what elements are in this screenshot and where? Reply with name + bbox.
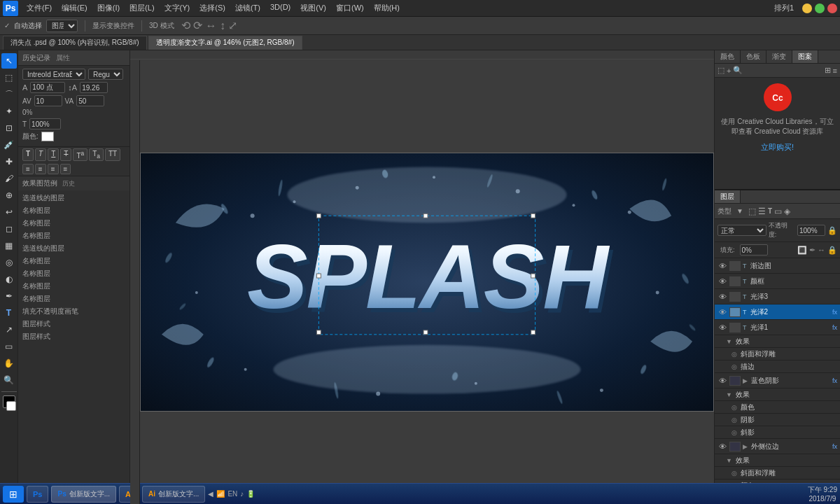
- font-family-select[interactable]: IntreoId ExtraB...: [22, 69, 85, 80]
- justify-btn[interactable]: ≡: [60, 164, 71, 174]
- history-brush-tool[interactable]: ↩: [1, 204, 17, 220]
- italic-btn[interactable]: T: [35, 148, 46, 161]
- lasso-tool[interactable]: ⌒: [1, 87, 17, 102]
- filter-shape[interactable]: ▭: [774, 206, 782, 216]
- cc-grid-view[interactable]: ⊞: [825, 66, 831, 75]
- sample-item-11[interactable]: 图层样式: [20, 330, 128, 343]
- close-button[interactable]: [827, 4, 837, 13]
- maximize-button[interactable]: [815, 4, 825, 13]
- pen-tool[interactable]: ✒: [1, 288, 17, 304]
- sample-item-10[interactable]: 图层样式: [20, 318, 128, 330]
- sample-item-4[interactable]: 选道线的图层: [20, 242, 128, 255]
- layer-item-2[interactable]: 👁 T 光泽3: [715, 289, 840, 304]
- lock-icon[interactable]: 🔒: [827, 226, 837, 235]
- gradient-tab[interactable]: 渐变: [766, 50, 792, 63]
- menu-help[interactable]: 帮助(H): [370, 1, 404, 15]
- background-color[interactable]: [6, 401, 16, 411]
- layer-fx-4[interactable]: fx: [832, 324, 837, 331]
- underline-btn[interactable]: T: [48, 148, 59, 161]
- filter-T[interactable]: T: [768, 207, 772, 215]
- minimize-button[interactable]: [802, 4, 812, 13]
- mode-select[interactable]: 图层: [46, 20, 78, 32]
- layer-item-10[interactable]: ◎ 颜色: [715, 401, 840, 414]
- history-tab[interactable]: 历史记录: [22, 53, 50, 63]
- menu-image[interactable]: 图像(I): [93, 1, 124, 15]
- layer-item-12[interactable]: ◎ 斜影: [715, 426, 840, 439]
- layer-vis-4[interactable]: 👁: [718, 323, 727, 332]
- shape-tool[interactable]: ▭: [1, 339, 17, 354]
- layer-item-13[interactable]: 👁 ▶ 外侧位边 fx: [715, 439, 840, 454]
- superscript-btn[interactable]: Ta: [73, 148, 88, 161]
- cc-search[interactable]: 🔍: [733, 66, 743, 75]
- filter-smart[interactable]: ◈: [784, 206, 790, 216]
- layer-item-15[interactable]: ◎ 斜面和浮雕: [715, 467, 840, 479]
- brush-tool[interactable]: 🖌: [1, 171, 17, 186]
- taskbar-ps-window[interactable]: Ps 创新版文字...: [51, 486, 116, 503]
- layer-item-9[interactable]: ▼ 效果: [715, 388, 840, 401]
- tray-network[interactable]: 📶: [216, 490, 225, 498]
- layer-item-3[interactable]: 👁 T 光泽2 fx: [715, 304, 840, 320]
- zoom-tool[interactable]: 🔍: [1, 372, 17, 388]
- layer-fx-13[interactable]: fx: [832, 443, 837, 450]
- tab-0[interactable]: 消失点 .psd @ 100% (内容识别, RGB/8#): [3, 36, 147, 50]
- lock-all-btn[interactable]: 🔒: [827, 246, 837, 255]
- tray-sound[interactable]: ♪: [240, 490, 244, 498]
- font-style-select[interactable]: Regular: [88, 69, 123, 80]
- tray-battery[interactable]: 🔋: [246, 490, 255, 498]
- menu-filter[interactable]: 滤镜(T): [231, 1, 265, 15]
- filter-px[interactable]: ⬚: [748, 206, 756, 216]
- cc-icon1[interactable]: ⬚: [718, 66, 724, 75]
- opacity-input[interactable]: [797, 225, 825, 236]
- kerning-input[interactable]: [76, 95, 104, 106]
- tracking-input[interactable]: [34, 95, 62, 106]
- blur-tool[interactable]: ◎: [1, 255, 17, 270]
- select-tool[interactable]: ⬚: [1, 70, 17, 85]
- props-tab[interactable]: 属性: [56, 53, 70, 63]
- clone-tool[interactable]: ⊕: [1, 188, 17, 203]
- font-size-input[interactable]: [30, 82, 65, 93]
- menu-select[interactable]: 选择(S): [195, 1, 230, 15]
- menu-text[interactable]: 文字(Y): [160, 1, 195, 15]
- lock-paint-btn[interactable]: ✒: [809, 246, 816, 255]
- healing-tool[interactable]: ✚: [1, 154, 17, 169]
- lock-move-btn[interactable]: ↔: [818, 246, 825, 255]
- layer-vis-0[interactable]: 👁: [718, 261, 727, 271]
- menu-window[interactable]: 窗口(W): [332, 1, 368, 15]
- menu-file[interactable]: 文件(F): [22, 1, 56, 15]
- tab-1[interactable]: 透明度渐变文字.ai @ 146% (元图2, RGB/8#): [148, 36, 302, 50]
- align-left-btn[interactable]: ≡: [22, 164, 34, 174]
- color-tab[interactable]: 颜色: [715, 50, 741, 63]
- layer-vis-3[interactable]: 👁: [718, 307, 727, 317]
- sample-item-2[interactable]: 名称图层: [20, 217, 128, 230]
- layer-item-14[interactable]: ▼ 效果: [715, 454, 840, 467]
- sample-item-7[interactable]: 名称图层: [20, 280, 128, 293]
- leading-input[interactable]: [80, 82, 108, 93]
- magic-wand-tool[interactable]: ✦: [1, 104, 17, 119]
- sample-item-8[interactable]: 名称图层: [20, 293, 128, 305]
- cc-list-view[interactable]: ≡: [833, 66, 837, 75]
- sample-item-6[interactable]: 名称图层: [20, 267, 128, 280]
- taskbar-ai-window[interactable]: Ai 创新版文字...: [142, 486, 205, 503]
- layer-item-5[interactable]: ▼ 效果: [715, 335, 840, 348]
- layer-vis-1[interactable]: 👁: [718, 276, 727, 286]
- subscript-btn[interactable]: Ta: [89, 148, 104, 161]
- sample-item-3[interactable]: 名称图层: [20, 230, 128, 242]
- sample-item-5[interactable]: 名称图层: [20, 255, 128, 267]
- cc-icon2[interactable]: +: [727, 66, 731, 75]
- lock-transparent-btn[interactable]: 🔳: [797, 246, 807, 255]
- taskbar-ps-icon[interactable]: Ps: [27, 486, 48, 503]
- pattern-tab[interactable]: 图案: [792, 50, 818, 63]
- menu-edit[interactable]: 编辑(E): [57, 1, 92, 15]
- text-color-swatch[interactable]: [41, 132, 54, 141]
- filter-adj[interactable]: ☰: [758, 206, 766, 216]
- layer-fx-3[interactable]: fx: [832, 309, 837, 316]
- tray-en[interactable]: EN: [227, 490, 237, 498]
- gradient-tool[interactable]: ▦: [1, 238, 17, 253]
- layer-item-6[interactable]: ◎ 斜面和浮雕: [715, 348, 840, 360]
- menu-layer[interactable]: 图层(L): [125, 1, 158, 15]
- strikethrough-btn[interactable]: T: [60, 148, 71, 161]
- filter-type-btn[interactable]: ▼: [734, 206, 746, 216]
- dodge-tool[interactable]: ◐: [1, 272, 17, 287]
- sample-item-0[interactable]: 选道线的图层: [20, 192, 128, 204]
- align-center-btn[interactable]: ≡: [35, 164, 46, 174]
